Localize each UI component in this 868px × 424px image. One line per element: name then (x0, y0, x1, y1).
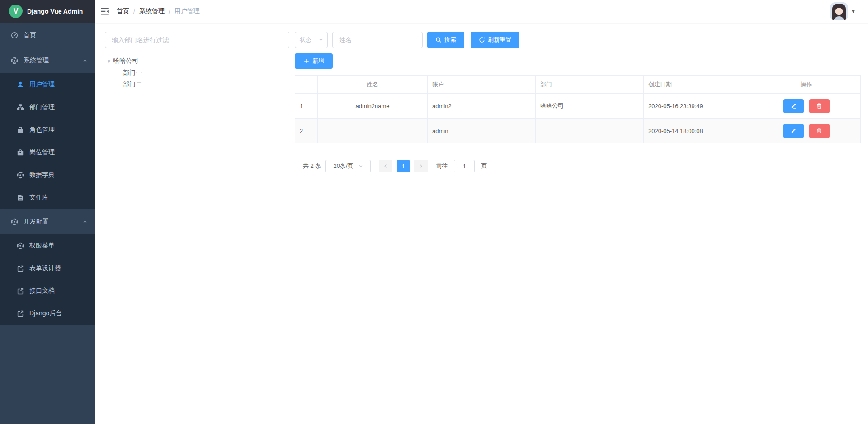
sidebar-logo[interactable]: V Django Vue Admin (0, 0, 95, 23)
tree-node-root[interactable]: ▼ 哈哈公司 (105, 55, 289, 67)
user-avatar-dropdown[interactable]: ▼ (830, 2, 856, 20)
page-number-active[interactable]: 1 (397, 160, 410, 172)
plus-icon (303, 58, 310, 64)
sidebar-submenu-system: 用户管理 部门管理 角色管理 岗位管理 数据字典 (0, 73, 95, 209)
add-user-button[interactable]: 新增 (295, 53, 333, 69)
status-select[interactable]: 状态 (295, 32, 328, 48)
external-link-icon (17, 310, 24, 317)
goto-page-input[interactable] (454, 160, 475, 172)
cell-department (536, 119, 644, 143)
name-search-input[interactable] (332, 32, 423, 48)
cell-name (318, 119, 428, 143)
sidebar-item-label: 权限菜单 (29, 242, 95, 250)
sidebar-group-label: 开发配置 (24, 218, 82, 226)
edit-button[interactable] (783, 99, 804, 113)
sidebar-group-system[interactable]: 系统管理 (0, 48, 95, 73)
add-button-label: 新增 (312, 57, 324, 65)
sidebar-item-django-admin[interactable]: Django后台 (0, 302, 95, 325)
dashboard-icon (11, 32, 18, 39)
prev-page-button[interactable] (379, 160, 392, 172)
topbar: 首页 / 系统管理 / 用户管理 ▼ (95, 0, 868, 23)
search-button-label: 搜索 (444, 36, 456, 44)
caret-down-icon[interactable]: ▼ (105, 59, 113, 64)
tree-node-label: 哈哈公司 (113, 57, 138, 65)
status-select-placeholder: 状态 (300, 36, 311, 44)
sidebar-item-roles[interactable]: 角色管理 (0, 119, 95, 141)
sidebar: V Django Vue Admin 首页 系统管理 用户管理 (0, 0, 95, 424)
avatar (830, 2, 848, 20)
breadcrumb-separator: / (169, 8, 170, 15)
refresh-reset-button[interactable]: 刷新重置 (471, 32, 519, 48)
user-icon (17, 81, 24, 88)
cell-account: admin (428, 119, 536, 143)
tree-icon (17, 104, 24, 111)
table-header-row: 姓名 账户 部门 创建日期 操作 (295, 76, 861, 94)
user-management-panel: 状态 搜索 刷新重置 新增 (295, 32, 861, 424)
chevron-down-icon (358, 163, 363, 169)
sidebar-menu: 首页 系统管理 用户管理 部门管理 角色管理 (0, 23, 95, 424)
sidebar-item-label: 数据字典 (29, 171, 95, 179)
chevron-down-icon (318, 37, 324, 43)
chevron-up-icon (82, 219, 88, 224)
component-icon (11, 57, 18, 64)
chevron-right-icon (418, 163, 424, 169)
component-icon (17, 172, 24, 179)
sidebar-item-departments[interactable]: 部门管理 (0, 96, 95, 119)
tree-node-label: 部门二 (123, 81, 142, 89)
department-tree: ▼ 哈哈公司 部门一 部门二 (105, 55, 289, 91)
breadcrumb-separator: / (133, 8, 135, 15)
sidebar-group-dev[interactable]: 开发配置 (0, 209, 95, 234)
refresh-icon (479, 37, 485, 43)
next-page-button[interactable] (414, 160, 428, 172)
goto-label: 前往 (436, 162, 448, 170)
header-account: 账户 (428, 76, 536, 94)
table-row: 2 admin 2020-05-14 18:00:08 (295, 119, 861, 143)
component-icon (11, 218, 18, 225)
department-filter-input[interactable] (105, 32, 289, 48)
header-department: 部门 (536, 76, 644, 94)
table-row: 1 admin2name admin2 哈哈公司 2020-05-16 23:3… (295, 94, 861, 119)
delete-button[interactable] (809, 99, 830, 113)
tree-node-label: 部门一 (123, 69, 142, 77)
page-unit-label: 页 (481, 162, 487, 170)
users-table: 姓名 账户 部门 创建日期 操作 1 admin2name admin2 哈哈公 (295, 75, 861, 143)
chevron-left-icon (383, 163, 388, 169)
tree-node-child[interactable]: 部门二 (105, 79, 289, 91)
header-index (295, 76, 318, 94)
breadcrumb-home[interactable]: 首页 (117, 7, 129, 15)
sidebar-item-label: Django后台 (29, 310, 95, 318)
pagination-total: 共 2 条 (303, 162, 321, 170)
app-logo-icon: V (9, 5, 23, 18)
sidebar-item-permission-menu[interactable]: 权限菜单 (0, 234, 95, 257)
page-size-value: 20条/页 (333, 162, 353, 170)
sidebar-item-positions[interactable]: 岗位管理 (0, 141, 95, 164)
sidebar-item-label: 角色管理 (29, 126, 95, 134)
search-button[interactable]: 搜索 (427, 32, 464, 48)
sidebar-item-label: 部门管理 (29, 103, 95, 111)
breadcrumb-system[interactable]: 系统管理 (139, 7, 165, 15)
sidebar-item-label: 文件库 (29, 194, 95, 202)
sidebar-item-dictionary[interactable]: 数据字典 (0, 164, 95, 186)
cell-created-date: 2020-05-14 18:00:08 (644, 119, 752, 143)
sidebar-group-label: 系统管理 (24, 57, 82, 65)
sidebar-item-files[interactable]: 文件库 (0, 186, 95, 209)
page-size-select[interactable]: 20条/页 (326, 160, 371, 172)
breadcrumb: 首页 / 系统管理 / 用户管理 (117, 7, 200, 15)
cell-account: admin2 (428, 94, 536, 119)
cell-index: 1 (295, 94, 318, 119)
sidebar-item-home[interactable]: 首页 (0, 23, 95, 48)
document-icon (17, 194, 24, 201)
sidebar-item-users[interactable]: 用户管理 (0, 73, 95, 96)
search-icon (435, 37, 442, 43)
external-link-icon (17, 265, 24, 272)
trash-icon (816, 128, 822, 134)
refresh-button-label: 刷新重置 (488, 36, 511, 44)
sidebar-fold-icon[interactable] (100, 7, 109, 16)
app-window: V Django Vue Admin 首页 系统管理 用户管理 (0, 0, 868, 424)
edit-button[interactable] (783, 124, 804, 138)
tree-node-child[interactable]: 部门一 (105, 67, 289, 79)
delete-button[interactable] (809, 124, 830, 138)
sidebar-item-api-docs[interactable]: 接口文档 (0, 280, 95, 302)
sidebar-item-form-designer[interactable]: 表单设计器 (0, 257, 95, 280)
breadcrumb-current: 用户管理 (175, 7, 200, 15)
